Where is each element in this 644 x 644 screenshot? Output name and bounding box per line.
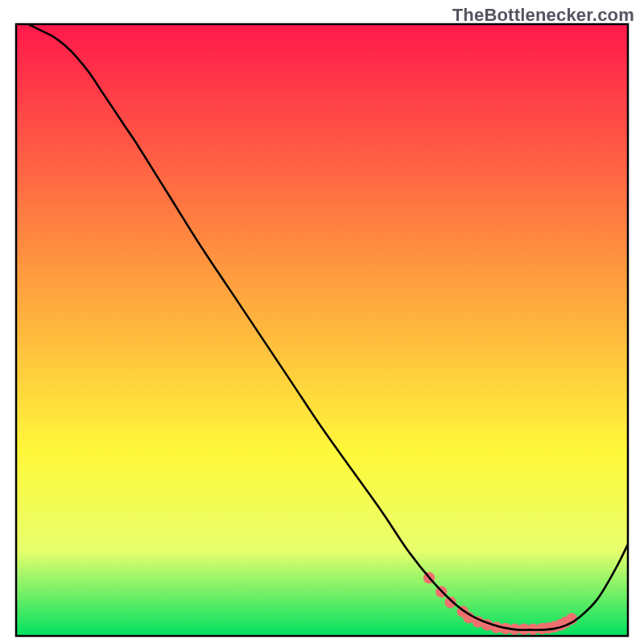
bottleneck-chart: TheBottlenecker.com xyxy=(0,0,644,644)
plot-area xyxy=(16,24,628,636)
plot-svg xyxy=(0,0,644,644)
watermark-label: TheBottlenecker.com xyxy=(452,5,634,26)
gradient-background xyxy=(16,24,628,636)
